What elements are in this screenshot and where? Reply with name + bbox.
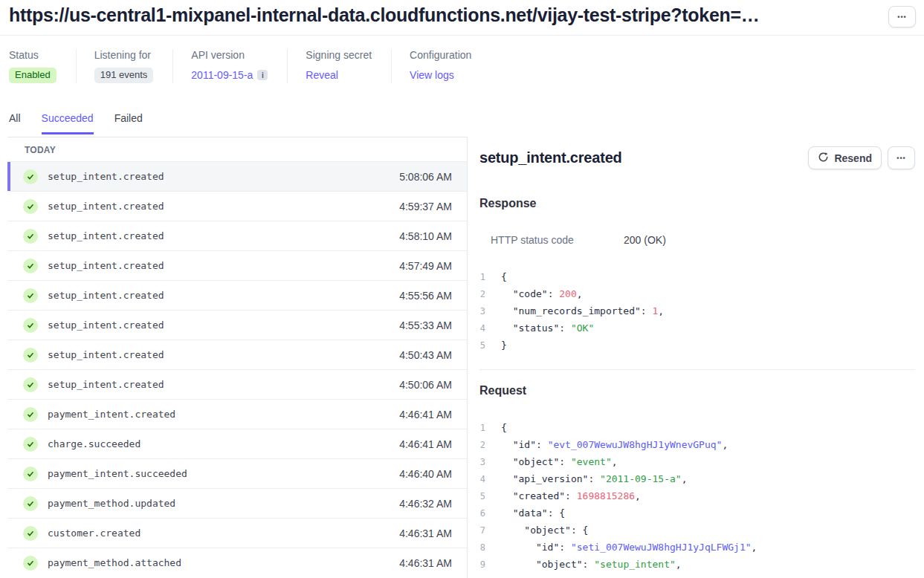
event-row[interactable]: payment_method.attached4:46:31 AM bbox=[7, 548, 467, 577]
line-number: 2 bbox=[479, 289, 485, 299]
code-line: 3 "num_records_imported": 1, bbox=[468, 302, 924, 319]
code-text: "status": "OK" bbox=[501, 322, 594, 334]
signing-secret-value: Reveal bbox=[306, 67, 372, 83]
response-heading: Response bbox=[479, 197, 536, 210]
event-timestamp: 5:08:06 AM bbox=[399, 171, 452, 183]
resend-icon bbox=[818, 152, 829, 165]
code-text: "created": 1698815286, bbox=[501, 490, 641, 501]
api-version-value: 2011-09-15-ai bbox=[191, 67, 268, 83]
event-row[interactable]: payment_method.updated4:46:32 AM bbox=[7, 488, 467, 518]
event-row[interactable]: setup_intent.created5:08:06 AM bbox=[7, 161, 467, 191]
detail-overflow-menu-button[interactable]: ••• bbox=[888, 146, 915, 169]
success-check-icon bbox=[23, 288, 38, 303]
request-heading: Request bbox=[479, 384, 526, 397]
event-timestamp: 4:46:31 AM bbox=[399, 527, 452, 539]
detail-title: setup_intent.created bbox=[479, 149, 622, 166]
signing-secret-link[interactable]: Reveal bbox=[306, 69, 338, 81]
event-name: payment_method.attached bbox=[48, 557, 399, 568]
meta-row: StatusEnabledListening for191 eventsAPI … bbox=[9, 49, 491, 83]
configuration-label: Configuration bbox=[410, 49, 471, 61]
detail-actions: Resend ••• bbox=[808, 146, 915, 169]
http-status-value: 200 (OK) bbox=[624, 234, 666, 246]
code-line: 2 "id": "evt_007WewuJW8hgHJ1yWnevGPuq", bbox=[468, 436, 924, 453]
event-row[interactable]: payment_intent.succeeded4:46:40 AM bbox=[7, 458, 467, 488]
success-check-icon bbox=[23, 199, 38, 214]
event-timestamp: 4:50:43 AM bbox=[399, 349, 452, 361]
event-row[interactable]: customer.created4:46:31 AM bbox=[7, 518, 467, 548]
code-line: 5 "created": 1698815286, bbox=[468, 487, 924, 504]
listening-for-badge: 191 events bbox=[94, 68, 154, 83]
signing-secret-label: Signing secret bbox=[306, 49, 372, 61]
event-row[interactable]: setup_intent.created4:59:37 AM bbox=[7, 191, 467, 221]
tab-failed[interactable]: Failed bbox=[114, 112, 143, 134]
line-number: 3 bbox=[479, 306, 485, 316]
success-check-icon bbox=[23, 229, 38, 244]
event-name: setup_intent.created bbox=[48, 379, 399, 390]
event-row[interactable]: setup_intent.created4:50:06 AM bbox=[7, 369, 467, 399]
event-row[interactable]: setup_intent.created4:58:10 AM bbox=[7, 221, 467, 250]
line-number: 4 bbox=[479, 474, 485, 484]
code-text: "code": 200, bbox=[501, 288, 583, 299]
code-line: 4 "api_version": "2011-09-15-a", bbox=[468, 470, 924, 487]
event-row[interactable]: charge.succeeded4:46:41 AM bbox=[7, 429, 467, 458]
tab-succeeded[interactable]: Succeeded bbox=[42, 112, 94, 134]
code-line: 7 "object": { bbox=[468, 522, 924, 539]
event-timestamp: 4:46:40 AM bbox=[399, 468, 452, 480]
code-line: 8 "id": "seti_007WewuJW8hgHJ1yJqLFWGj1", bbox=[468, 539, 924, 556]
api-version-link[interactable]: 2011-09-15-a bbox=[191, 69, 253, 81]
code-line: 2 "code": 200, bbox=[468, 285, 924, 302]
resend-button[interactable]: Resend bbox=[808, 146, 882, 169]
success-check-icon bbox=[23, 377, 38, 392]
status-label: Status bbox=[9, 49, 56, 61]
api-version-label: API version bbox=[191, 49, 268, 61]
tab-all[interactable]: All bbox=[9, 112, 21, 134]
event-row[interactable]: setup_intent.created4:50:43 AM bbox=[7, 340, 467, 369]
event-timestamp: 4:46:32 AM bbox=[399, 498, 452, 510]
detail-header: setup_intent.created Resend ••• bbox=[479, 146, 915, 169]
code-line: 6 "data": { bbox=[468, 504, 924, 522]
code-line: 3 "object": "event", bbox=[468, 453, 924, 470]
header-overflow-menu-button[interactable]: ••• bbox=[888, 6, 916, 27]
event-row[interactable]: setup_intent.created4:55:56 AM bbox=[7, 280, 467, 310]
line-number: 8 bbox=[479, 542, 485, 553]
code-text: "object": { bbox=[501, 525, 588, 536]
event-row[interactable]: payment_intent.created4:46:41 AM bbox=[7, 399, 467, 429]
success-check-icon bbox=[23, 526, 38, 541]
success-check-icon bbox=[23, 348, 38, 363]
code-text: "object": "setup_intent", bbox=[501, 559, 682, 570]
line-number: 6 bbox=[479, 508, 485, 519]
code-text: "id": "seti_007WewuJW8hgHJ1yJqLFWGj1", bbox=[501, 542, 757, 553]
event-name: charge.succeeded bbox=[48, 438, 399, 449]
resend-button-label: Resend bbox=[834, 152, 872, 164]
line-number: 7 bbox=[479, 525, 485, 536]
info-icon: i bbox=[257, 70, 268, 80]
code-text: "api_version": "2011-09-15-a", bbox=[501, 473, 687, 484]
code-text: { bbox=[501, 271, 507, 282]
status-badge: Enabled bbox=[9, 68, 56, 83]
response-code: 1{2 "code": 200,3 "num_records_imported"… bbox=[468, 268, 924, 354]
code-text: "data": { bbox=[501, 507, 565, 519]
line-number: 2 bbox=[479, 440, 485, 450]
page-title: https://us-central1-mixpanel-internal-da… bbox=[9, 4, 879, 26]
event-name: setup_intent.created bbox=[48, 171, 399, 182]
line-number: 1 bbox=[479, 272, 485, 282]
configuration-link[interactable]: View logs bbox=[410, 69, 454, 81]
code-text: } bbox=[501, 340, 507, 351]
event-row[interactable]: setup_intent.created4:55:33 AM bbox=[7, 310, 467, 340]
success-check-icon bbox=[23, 407, 38, 422]
code-line: 9 "object": "setup_intent", bbox=[468, 556, 924, 573]
event-list-panel: TODAY setup_intent.created5:08:06 AMsetu… bbox=[7, 137, 467, 578]
code-text: "object": "event", bbox=[501, 456, 618, 467]
success-check-icon bbox=[23, 437, 38, 452]
code-text: "num_records_imported": 1, bbox=[501, 305, 664, 316]
event-name: setup_intent.created bbox=[48, 260, 399, 271]
event-name: setup_intent.created bbox=[48, 319, 399, 331]
event-timestamp: 4:46:31 AM bbox=[399, 557, 452, 569]
line-number: 4 bbox=[479, 323, 485, 334]
event-timestamp: 4:59:37 AM bbox=[399, 201, 452, 212]
event-row[interactable]: setup_intent.created4:57:49 AM bbox=[7, 250, 467, 280]
listening-for-label: Listening for bbox=[94, 49, 154, 61]
success-check-icon bbox=[23, 556, 38, 571]
code-text: { bbox=[501, 422, 507, 433]
success-check-icon bbox=[23, 318, 38, 333]
